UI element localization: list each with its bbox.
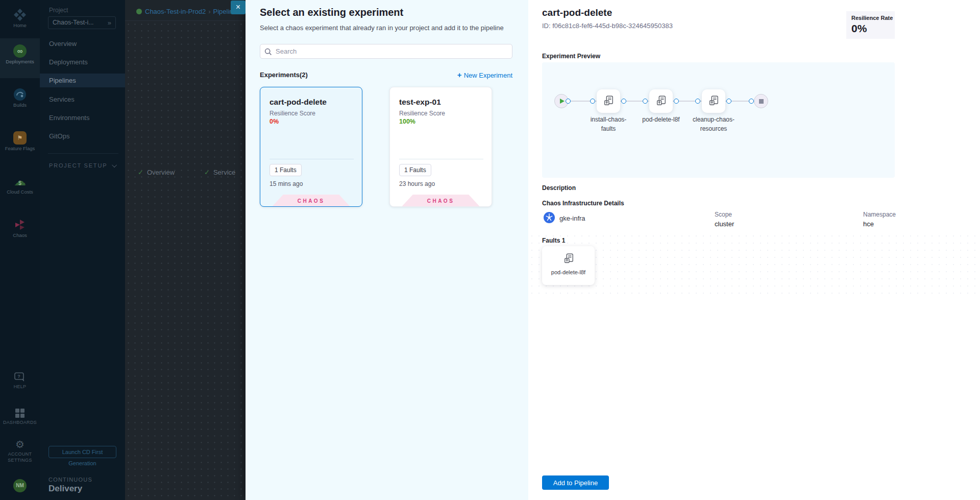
cloud-costs-icon: ☁$ (0, 169, 40, 189)
sidebar-module-feature-flags[interactable]: ⚑ Feature Flags (0, 125, 40, 165)
experiments-count: Experiments(2) (260, 71, 308, 79)
scope-value: cluster (715, 220, 734, 228)
step-label: cleanup-chaos-resources (690, 115, 737, 133)
divider (399, 159, 483, 159)
sidebar-module-chaos[interactable]: Chaos (0, 212, 40, 252)
sidebar-account-settings[interactable]: ⚙ ACCOUNT SETTINGS (0, 435, 40, 471)
sidebar-module-builds[interactable]: Builds (0, 82, 40, 122)
avatar[interactable]: NM (13, 479, 27, 492)
connector-port (726, 99, 731, 104)
chaos-module-icon (0, 212, 40, 232)
fault-step-icon (708, 95, 719, 106)
fault-icon (563, 253, 574, 264)
kubernetes-icon (543, 211, 555, 226)
add-to-pipeline-button[interactable]: Add to Pipeline (542, 475, 609, 490)
search-input[interactable] (276, 45, 508, 58)
resilience-score-value: 0% (270, 118, 279, 125)
chevron-double-icon: » (108, 17, 111, 29)
namespace-value: hce (863, 220, 874, 228)
step-cleanup-chaos-resources[interactable] (702, 89, 725, 113)
connector-port (749, 99, 754, 104)
nav-item-pipelines[interactable]: Pipelines (40, 74, 125, 87)
description-heading: Description (542, 184, 576, 192)
launch-cd-first-gen-button[interactable]: Launch CD First Generation (48, 446, 116, 458)
module-sidebar: Home ∞ Deployments Builds ⚑ Feature Flag… (0, 0, 40, 500)
project-setup-toggle[interactable]: PROJECT SETUP (49, 162, 117, 169)
namespace-label: Namespace (863, 211, 896, 218)
sidebar-module-home[interactable]: Home (0, 2, 40, 42)
preview-heading: Experiment Preview (542, 53, 600, 60)
breadcrumb-project[interactable]: Chaos-Test-in-Prod2 (145, 8, 206, 15)
fault-step-icon (603, 95, 614, 106)
scope-label: Scope (715, 211, 732, 218)
modal-subtitle: Select a chaos experiment that already r… (260, 24, 504, 32)
sidebar-module-deployments[interactable]: ∞ Deployments (0, 38, 40, 78)
fault-step-icon (655, 95, 667, 106)
play-icon (560, 99, 565, 104)
fault-card-pod-delete[interactable]: pod-delete-l8f (542, 246, 595, 285)
faults-heading: Faults 1 (542, 237, 565, 244)
last-run-time: 23 hours ago (399, 180, 435, 187)
home-icon (0, 2, 40, 22)
nav-item-deployments[interactable]: Deployments (40, 55, 125, 69)
experiment-card-test-exp-01[interactable]: test-exp-01 Resilience Score 100% 1 Faul… (389, 87, 492, 207)
experiment-picker-panel: Select an existing experiment Select a c… (246, 0, 528, 500)
connector-port (695, 99, 700, 104)
nav-footer-title: Delivery (48, 484, 82, 494)
connector-port (621, 99, 626, 104)
step-label: pod-delete-l8f (638, 115, 684, 124)
experiment-card-cart-pod-delete[interactable]: cart-pod-delete Resilience Score 0% 1 Fa… (260, 87, 362, 207)
experiment-title: cart-pod-delete (542, 7, 612, 18)
dashboards-icon (0, 403, 40, 420)
step-pod-delete[interactable] (649, 89, 673, 113)
nav-item-overview[interactable]: Overview (40, 37, 125, 51)
resilience-rate-value: 0% (851, 22, 890, 35)
project-selector[interactable]: Chaos-Test-i... » (48, 16, 116, 29)
step-install-chaos-faults[interactable] (597, 89, 620, 113)
project-label: Project (49, 7, 68, 14)
select-experiment-modal: Select an existing experiment Select a c… (246, 0, 980, 500)
sidebar-module-cloud-costs[interactable]: ☁$ Cloud Costs (0, 169, 40, 208)
infra-heading: Chaos Infrastructure Details (542, 200, 624, 207)
project-nav: Project Chaos-Test-i... » Overview Deplo… (40, 0, 125, 500)
stop-icon (759, 99, 764, 104)
tab-service[interactable]: ✓Service (204, 169, 235, 176)
fault-name: pod-delete-l8f (542, 269, 595, 275)
infra-name: gke-infra (559, 215, 585, 222)
connector-port (674, 99, 679, 104)
cd-module-icon: ∞ (0, 38, 40, 59)
project-name: Chaos-Test-i... (53, 19, 94, 26)
divider (48, 153, 118, 154)
step-label: install-chaos-faults (585, 115, 632, 133)
faults-chip: 1 Faults (399, 164, 431, 176)
experiment-preview: install-chaos-faults pod-delete-l8f clea… (542, 62, 895, 178)
faults-canvas (528, 232, 980, 299)
nav-item-environments[interactable]: Environments (40, 111, 125, 125)
infra-row: gke-infra Scope cluster Namespace hce (528, 209, 980, 230)
plus-icon: + (457, 70, 462, 79)
breadcrumb-separator: › (206, 8, 213, 15)
new-experiment-button[interactable]: +New Experiment (457, 70, 512, 79)
nav-item-gitops[interactable]: GitOps (40, 129, 125, 143)
last-run-time: 15 mins ago (270, 180, 303, 187)
chaos-brand-badge: CHAOS (402, 195, 480, 206)
tab-overview[interactable]: ✓Overview (138, 169, 175, 176)
sidebar-help[interactable]: ? HELP (0, 368, 40, 397)
nav-item-services[interactable]: Services (40, 92, 125, 106)
chevron-down-icon (112, 162, 117, 168)
experiment-end-node (754, 94, 768, 108)
modal-title: Select an existing experiment (260, 7, 403, 18)
check-icon: ✓ (138, 169, 143, 176)
experiment-details-panel: cart-pod-delete ID: f06c81c8-fef6-445d-b… (528, 0, 980, 500)
project-dot-icon (136, 9, 142, 14)
close-icon[interactable]: × (231, 1, 246, 14)
gear-icon: ⚙ (0, 435, 40, 451)
resilience-score-value: 100% (399, 118, 415, 125)
check-icon: ✓ (204, 169, 210, 176)
resilience-rate-box: Resilience Rate 0% (846, 11, 895, 39)
sidebar-dashboards[interactable]: DASHBOARDS (0, 403, 40, 433)
svg-text:?: ? (17, 374, 20, 379)
feature-flags-icon: ⚑ (0, 125, 40, 146)
nav-footer-kicker: CONTINUOUS (48, 477, 92, 483)
connector-port (566, 99, 571, 104)
